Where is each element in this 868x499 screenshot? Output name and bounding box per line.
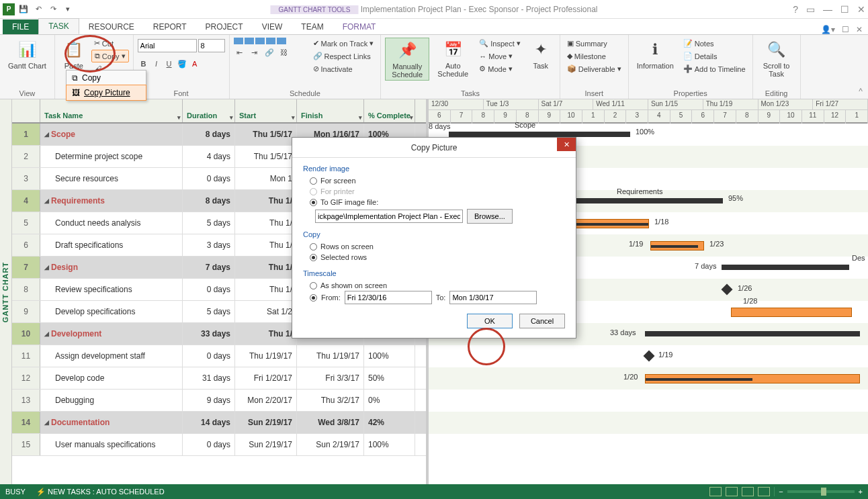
radio-for-printer[interactable]: For printer xyxy=(303,186,565,197)
zoom-in-button[interactable]: + xyxy=(859,488,863,496)
scroll-label: Scroll to Task xyxy=(761,62,792,78)
copy-menu-copy[interactable]: ⧉ Copy xyxy=(67,71,146,85)
percent-complete-buttons[interactable] xyxy=(234,38,308,44)
dialog-title-bar[interactable]: Copy Picture ✕ xyxy=(292,138,576,158)
from-date-select[interactable] xyxy=(345,291,432,304)
from-label: From: xyxy=(321,293,341,302)
manually-schedule-button[interactable]: 📌 Manually Schedule xyxy=(385,38,429,81)
ok-button[interactable]: OK xyxy=(467,314,513,328)
browse-button[interactable]: Browse... xyxy=(467,209,513,224)
font-color-button[interactable]: A xyxy=(189,58,201,70)
cut-button[interactable]: ✂Cut xyxy=(91,38,129,49)
table-row[interactable]: 13Debugging9 daysMon 2/20/17Thu 3/2/170% xyxy=(12,390,426,412)
undo-icon[interactable]: ↶ xyxy=(32,3,44,15)
task-button[interactable]: ✦ Task xyxy=(526,38,556,71)
close-icon[interactable]: ✕ xyxy=(857,4,865,15)
table-row[interactable]: 12Develop code31 daysFri 1/20/17Fri 3/3/… xyxy=(12,367,426,390)
link-button[interactable]: 🔗 xyxy=(263,46,275,58)
information-button[interactable]: ℹ Information xyxy=(633,38,678,71)
tab-report[interactable]: REPORT xyxy=(144,19,196,34)
radio-from[interactable] xyxy=(310,294,317,302)
view-shortcut-3[interactable] xyxy=(742,487,754,496)
tab-resource[interactable]: RESOURCE xyxy=(79,19,144,34)
col-duration[interactable]: Duration▾ xyxy=(183,99,235,122)
font-size-combo[interactable] xyxy=(198,39,225,52)
help-icon[interactable]: ? xyxy=(793,4,798,15)
table-row[interactable]: 11Assign development staff0 daysThu 1/19… xyxy=(12,345,426,367)
tab-format[interactable]: FORMAT xyxy=(333,19,386,34)
radio-to-gif[interactable]: To GIF image file: xyxy=(303,197,565,208)
zoom-slider[interactable] xyxy=(787,490,855,493)
bold-button[interactable]: B xyxy=(138,58,150,70)
ribbon-collapse-icon[interactable]: ^ xyxy=(853,84,868,99)
copy-menu-copy-picture[interactable]: 🖼 Copy Picture xyxy=(66,85,146,101)
save-icon[interactable]: 💾 xyxy=(17,3,30,15)
auto-schedule-button[interactable]: 📅 Auto Schedule xyxy=(432,38,474,79)
col-pct-complete[interactable]: % Complete▾ xyxy=(364,99,415,122)
redo-icon[interactable]: ↷ xyxy=(47,3,59,15)
render-section-label: Render image xyxy=(303,165,565,173)
user-icon[interactable]: 👤▾ xyxy=(821,25,835,34)
inactivate-button[interactable]: ⊘ Inactivate xyxy=(310,63,377,75)
milestone-button[interactable]: ◆ Milestone xyxy=(564,50,624,62)
outdent-button[interactable]: ⇤ xyxy=(234,46,246,58)
minimize-icon[interactable]: — xyxy=(823,4,832,15)
radio-as-shown[interactable]: As shown on screen xyxy=(303,280,565,291)
mark-on-track-button[interactable]: ✔ Mark on Track ▾ xyxy=(310,38,377,49)
details-button[interactable]: 📄 Details xyxy=(681,50,748,62)
add-timeline-button[interactable]: ➕ Add to Timeline xyxy=(681,63,748,75)
zoom-out-button[interactable]: − xyxy=(779,488,783,496)
deliverable-button[interactable]: 📦 Deliverable ▾ xyxy=(564,63,624,75)
inspect-button[interactable]: 🔍 Inspect ▾ xyxy=(476,38,523,49)
table-row[interactable]: 14◢Documentation14 daysSun 2/19/17Wed 3/… xyxy=(12,412,426,434)
radio-selected-rows[interactable]: Selected rows xyxy=(303,252,565,263)
paste-label: Paste xyxy=(64,62,83,70)
close-doc-icon[interactable]: ✕ xyxy=(856,25,863,34)
col-start[interactable]: Start▾ xyxy=(235,99,297,122)
group-view: 📊 Gantt Chart View xyxy=(0,35,55,99)
col-finish[interactable]: Finish▾ xyxy=(297,99,364,122)
dialog-close-button[interactable]: ✕ xyxy=(557,138,576,151)
move-button[interactable]: ↔ Move ▾ xyxy=(476,50,523,62)
view-bar[interactable]: GANTT CHART xyxy=(0,99,12,484)
window-restore-icon[interactable]: ☐ xyxy=(842,25,849,34)
view-shortcut-2[interactable] xyxy=(726,487,738,496)
ribbon-options-icon[interactable]: ▭ xyxy=(806,4,815,15)
notes-button[interactable]: 📝 Notes xyxy=(681,38,748,49)
summary-button[interactable]: ▣ Summary xyxy=(564,38,624,49)
col-rownum[interactable] xyxy=(12,99,40,122)
view-shortcut-4[interactable] xyxy=(758,487,770,496)
info-icon: ℹ xyxy=(644,39,666,60)
unlink-button[interactable]: ⛓ xyxy=(278,46,290,58)
mode-button[interactable]: ⚙ Mode ▾ xyxy=(476,63,523,75)
tab-team[interactable]: TEAM xyxy=(292,19,333,34)
tab-project[interactable]: PROJECT xyxy=(196,19,253,34)
tab-file[interactable]: FILE xyxy=(3,19,38,34)
radio-for-screen[interactable]: For screen xyxy=(303,175,565,186)
respect-links-button[interactable]: 🔗 Respect Links xyxy=(310,50,377,62)
indent-button[interactable]: ⇥ xyxy=(249,46,261,58)
copy-split-button[interactable]: ⧉Copy ▾ xyxy=(91,50,129,62)
scroll-to-task-button[interactable]: 🔍 Scroll to Task xyxy=(757,38,796,79)
maximize-icon[interactable]: ☐ xyxy=(840,4,849,15)
group-font: B I U 🪣 A Font xyxy=(134,35,230,99)
status-new-tasks[interactable]: ⚡ NEW TASKS : AUTO SCHEDULED xyxy=(36,488,165,496)
fill-color-button[interactable]: 🪣 xyxy=(176,58,188,70)
view-shortcut-1[interactable] xyxy=(709,487,722,496)
cancel-button[interactable]: Cancel xyxy=(519,314,565,328)
italic-button[interactable]: I xyxy=(150,58,163,70)
tab-task[interactable]: TASK xyxy=(38,18,79,34)
to-date-select[interactable] xyxy=(449,291,537,304)
col-task-name[interactable]: Task Name▾ xyxy=(40,99,183,122)
table-row[interactable]: 15User manuals specifications0 daysSun 2… xyxy=(12,434,426,456)
gantt-chart-button[interactable]: 📊 Gantt Chart xyxy=(4,38,50,71)
qat-dropdown-icon[interactable]: ▾ xyxy=(62,3,74,15)
gif-file-path-input[interactable] xyxy=(315,210,463,223)
contextual-tab-label: GANTT CHART TOOLS xyxy=(270,5,358,14)
underline-button[interactable]: U xyxy=(163,58,175,70)
font-face-combo[interactable] xyxy=(138,39,197,52)
paste-button[interactable]: 📋 Paste xyxy=(59,38,89,71)
group-insert-label: Insert xyxy=(564,88,624,97)
radio-rows-on-screen[interactable]: Rows on screen xyxy=(303,241,565,252)
tab-view[interactable]: VIEW xyxy=(253,19,292,34)
